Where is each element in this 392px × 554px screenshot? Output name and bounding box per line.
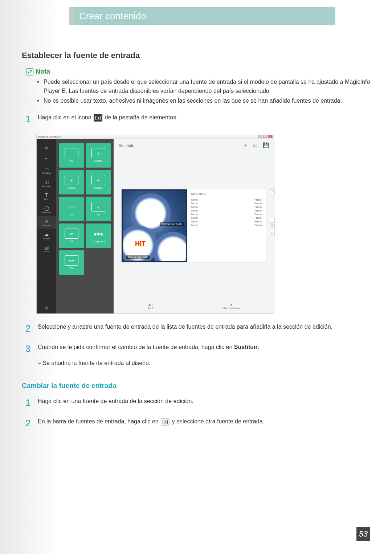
menu-row: MenúPrecio: [191, 198, 262, 201]
step-text-fragment: y seleccione otra fuente de entrada.: [172, 418, 264, 424]
step-text-fragment: En la barra de fuentes de entrada, haga …: [38, 418, 160, 424]
win-max-icon[interactable]: [263, 135, 268, 138]
rail-stickers[interactable]: ◯Adhesivos: [37, 203, 56, 216]
palette-pc[interactable]: ⏚PC: [86, 197, 111, 221]
note-icon: [26, 68, 33, 75]
canvas-bottombar: 🔈0 Audio ◉ Vista preliminar: [114, 299, 274, 313]
menu-col2: Precio: [254, 224, 262, 226]
win-min-icon[interactable]: [258, 135, 262, 138]
sub-step-1: 1 Haga clic en una fuente de entrada de …: [25, 395, 370, 410]
menu-row: MenúPrecio: [191, 213, 262, 216]
source-icon: ⎆: [43, 218, 50, 224]
layout-card[interactable]: Salmon Roe Sushi Tuna & Egg Sushi HIT MY…: [122, 189, 266, 262]
menu-col1: Menú: [191, 217, 198, 219]
preview-control[interactable]: ◉ Vista preliminar: [222, 303, 240, 309]
help-icon: ?: [43, 305, 50, 311]
sushi-label-2: Tuna & Egg Sushi: [126, 255, 150, 259]
note-text: Puede seleccionar un país desde el que s…: [44, 78, 370, 96]
rail-widgets[interactable]: ☁Widgets: [37, 229, 56, 242]
component-icon: ◉◉◉: [91, 229, 105, 239]
note-bullet: • Puede seleccionar un país desde el que…: [37, 78, 370, 96]
pal-label: HDMI1: [94, 160, 102, 162]
rail-text[interactable]: TTexto: [37, 190, 56, 202]
palette-dp[interactable]: ▭DP: [59, 223, 84, 248]
pal-label: DP: [70, 240, 73, 243]
window-titlebar: MagicInfo Express 2: [37, 134, 274, 139]
rail-label: Mi conten: [42, 185, 51, 187]
palette-hdmi1[interactable]: ⏚HDMI1: [86, 143, 111, 168]
home-icon: ⌂: [43, 144, 50, 150]
app-screenshot: MagicInfo Express 2 ⌂ ← ▭Plantillas ◫Mi …: [36, 134, 274, 314]
menu-col1: Menú: [191, 209, 198, 212]
audio-control[interactable]: 🔈0 Audio: [148, 303, 154, 309]
layout-title: MY STORE: [191, 192, 262, 196]
rail-back[interactable]: ←: [37, 153, 56, 163]
canvas-top-actions: ＋ ▭ 💾: [243, 142, 269, 149]
back-icon: ←: [43, 155, 50, 161]
save-icon[interactable]: 💾: [263, 142, 269, 149]
step-2: 2 Seleccione y arrastre una fuente de en…: [25, 321, 370, 336]
page-icon[interactable]: ▭: [253, 142, 258, 149]
step-3-sub: – Se añadirá la fuente de entrada al dis…: [38, 359, 370, 368]
step-text: Seleccione y arrastre una fuente de entr…: [38, 321, 370, 332]
rail-help[interactable]: ?: [37, 303, 56, 313]
step-text-fragment: Haga clic en el icono: [38, 114, 91, 120]
ctl-plus-icon[interactable]: +: [270, 189, 275, 194]
ctl-minus-icon[interactable]: −: [270, 218, 275, 223]
canvas-title: Sin título: [119, 143, 134, 148]
content-icon: ◫: [43, 179, 50, 185]
step-1: 1 Haga clic en el icono de la pestaña de…: [25, 112, 370, 126]
dvi-icon: •▭•: [65, 255, 78, 266]
rail-mycontent[interactable]: ◫Mi conten: [37, 177, 56, 189]
layout-text-panel: MY STORE MenúPrecioMenúPrecioMenúPrecioM…: [187, 189, 266, 262]
sub-step-2: 2 En la barra de fuentes de entrada, hag…: [25, 416, 370, 430]
note-block: Nota • Puede seleccionar un país desde e…: [26, 68, 370, 105]
section-heading: Establecer la fuente de entrada: [22, 51, 140, 61]
sushi-label-1: Salmon Roe Sushi: [160, 222, 184, 226]
hit-badge: HIT: [135, 240, 146, 248]
rail-background[interactable]: ▤Fondo: [37, 242, 56, 255]
page-number: 53: [356, 527, 370, 541]
ctl-rotate-icon[interactable]: ↻: [270, 231, 275, 236]
chapter-banner: Crear contenido: [74, 7, 335, 25]
rail-home[interactable]: ⌂: [37, 142, 56, 152]
palette-av[interactable]: ○○○AV: [59, 197, 84, 221]
step-number: 3: [25, 341, 38, 356]
ctl-fit-icon[interactable]: ⊡: [270, 224, 275, 229]
note-text: No es posible usar texto, adhesivos ni i…: [44, 97, 342, 106]
left-rail: ⌂ ← ▭Plantillas ◫Mi conten TTexto ◯Adhes…: [37, 139, 56, 313]
palette-hdmi3[interactable]: ⏚HDMI3: [86, 170, 111, 194]
canvas-stage[interactable]: Salmon Roe Sushi Tuna & Egg Sushi HIT MY…: [114, 152, 274, 299]
palette-hdmi2[interactable]: ⏚HDMI2: [59, 170, 84, 194]
win-close-icon[interactable]: [268, 135, 273, 138]
palette-dvi[interactable]: •▭•DVI: [59, 250, 84, 275]
audio-count: 0: [152, 303, 153, 306]
note-bullet: • No es posible usar texto, adhesivos ni…: [37, 97, 370, 106]
menu-col2: Precio: [254, 209, 262, 212]
page-content: Establecer la fuente de entrada Nota • P…: [22, 44, 370, 434]
add-icon[interactable]: ＋: [243, 142, 248, 149]
window-controls: [258, 135, 273, 138]
menu-row: MenúPrecio: [191, 209, 262, 212]
hdmi-icon: ⏚: [91, 148, 105, 158]
palette-tv[interactable]: TV: [59, 143, 84, 168]
rail-label: Texto: [44, 198, 49, 200]
source-palette: TV ⏚HDMI1 ⏚HDMI2 ⏚HDMI3 ○○○AV ⏚PC ▭DP ◉◉…: [56, 139, 114, 313]
pal-label: HDMI2: [68, 186, 75, 189]
layout-side-controls: + − ⊡ ↻: [270, 189, 275, 236]
palette-component[interactable]: ◉◉◉Component: [86, 223, 111, 248]
menu-col2: Precio: [254, 217, 262, 219]
audio-label: Audio: [148, 307, 154, 309]
note-label: Nota: [36, 68, 50, 75]
rail-label: Widgets: [42, 237, 50, 239]
step-text: En la barra de fuentes de entrada, haga …: [38, 416, 370, 426]
menu-row: MenúPrecio: [191, 206, 262, 208]
pal-label: TV: [70, 160, 73, 162]
step-text-fragment: Cuando se le pida confirmar el cambio de…: [38, 344, 234, 350]
dp-icon: ▭: [65, 229, 78, 239]
window-title: MagicInfo Express 2: [38, 135, 61, 138]
bullet-dot: •: [37, 97, 44, 106]
rail-source[interactable]: ⎆Fuente: [37, 216, 56, 229]
rail-templates[interactable]: ▭Plantillas: [37, 164, 56, 176]
hdmi-icon: ⏚: [65, 175, 78, 185]
